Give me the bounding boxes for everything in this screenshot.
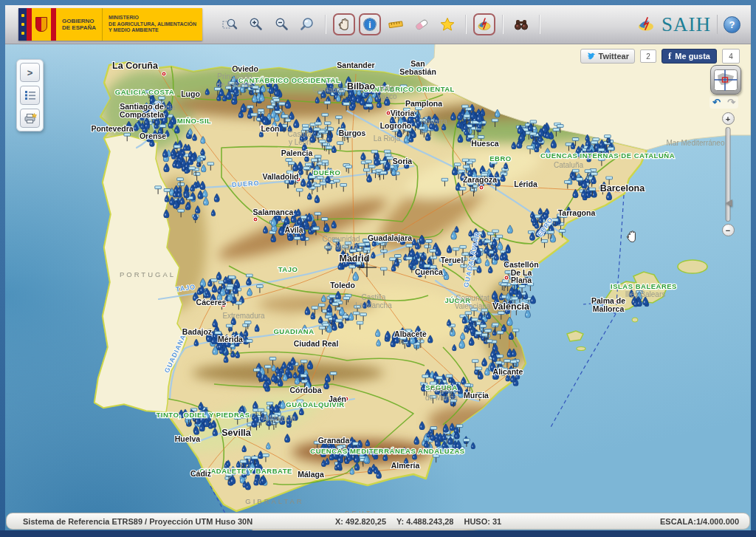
region-label: Illes Balears	[625, 290, 665, 298]
region-label: Regiónde Murcia	[425, 386, 458, 402]
basin-label: CUENCAS INTERNAS DE CATALUÑA	[540, 151, 675, 160]
app-title: SAIH	[662, 13, 711, 36]
legend-button[interactable]	[20, 86, 40, 105]
like-label: Me gusta	[675, 52, 710, 61]
region-label: Comunidadde Madrid	[322, 235, 360, 251]
facebook-icon: f	[668, 50, 671, 62]
reference-system-label: Sistema de Referencia ETRS89 / Proyecció…	[23, 517, 252, 526]
expand-panel-button[interactable]: >	[20, 63, 40, 82]
saih-tool-button[interactable]	[473, 13, 495, 35]
y-value: 4.488.243,28	[406, 517, 453, 526]
region-label: Castillay León	[288, 130, 312, 146]
zoom-minus-button[interactable]: −	[722, 224, 735, 236]
city-label: Palma deMallorca	[591, 296, 625, 313]
city-label: Burgos	[339, 129, 366, 137]
city-label: Valladolid	[262, 172, 298, 181]
city-label: Bilbao	[347, 81, 376, 92]
geo-label: PORTUGAL	[120, 270, 176, 278]
twitter-bird-icon	[586, 52, 596, 61]
ministerio-label: MINISTERIO DE AGRICULTURA, ALIMENTACIÓN …	[103, 8, 202, 41]
search-tool-button[interactable]	[510, 13, 532, 35]
social-buttons: Twittear 2 f Me gusta 4	[580, 49, 740, 64]
city-label: Ciudad Real	[294, 339, 339, 348]
zoom-track[interactable]	[726, 127, 731, 222]
region-label: PaísVasco	[377, 84, 396, 100]
city-label: Santander	[337, 61, 374, 69]
city-label: Madrid	[340, 253, 370, 264]
city-label: Córdoba	[289, 386, 321, 394]
city-label: Soria	[393, 157, 412, 165]
city-label: Toledo	[330, 281, 355, 290]
zoom-out-button[interactable]	[270, 13, 292, 35]
erase-tool-button[interactable]	[410, 13, 433, 35]
gobierno-label: GOBIERNO DE ESPAÑA	[56, 8, 103, 41]
redo-button[interactable]: ↷	[725, 97, 738, 108]
city-label: Cuenca	[415, 267, 443, 276]
city-label: Lugo	[181, 89, 200, 98]
city-label: Pamplona	[405, 99, 442, 108]
scale-readout: ESCALA:1/4.000.000	[660, 517, 739, 526]
city-label: Sevilla	[221, 428, 252, 438]
city-label: Cáceres	[196, 298, 227, 307]
print-map-button[interactable]	[20, 109, 40, 128]
city-label: Tarragona	[558, 208, 596, 217]
basin-label: CUENCAS MEDITERRÁNEAS ANDALUZAS	[310, 447, 464, 455]
help-button[interactable]: ?	[724, 16, 740, 33]
city-label: Málaga	[298, 470, 324, 479]
brand-area: SAIH ?	[636, 13, 740, 36]
undo-button[interactable]: ↶	[710, 97, 723, 108]
city-label: Logroño	[380, 121, 412, 130]
basin-label: TAJO	[278, 265, 298, 273]
info-tool-button[interactable]: i	[359, 13, 381, 35]
city-label: Mérida	[218, 335, 243, 343]
map-canvas[interactable]: GALICIA COSTAMIÑO-SILCANTÁBRICO OCCIDENT…	[5, 5, 751, 531]
coat-of-arms	[35, 17, 47, 32]
basin-label: MIÑO-SIL	[177, 117, 212, 125]
favorites-button[interactable]	[436, 13, 458, 35]
geo-label: GIBRALTAR	[245, 497, 303, 505]
top-toolbar: GOBIERNO DE ESPAÑA MINISTERIO DE AGRICUL…	[5, 5, 751, 44]
tweet-count: 2	[640, 49, 656, 63]
spain-flag-emblem	[18, 8, 56, 41]
geo-label: Mar Mediterráneo	[667, 139, 725, 147]
zoom-plus-button[interactable]: +	[722, 112, 735, 125]
like-button[interactable]: f Me gusta	[662, 49, 717, 64]
side-panel: >	[16, 59, 44, 131]
x-label: X:	[335, 517, 343, 526]
city-label: León	[261, 124, 279, 133]
region-label: Navarra	[421, 117, 447, 126]
zoom-thumb[interactable]	[726, 199, 732, 207]
zoom-slider: + −	[721, 112, 735, 236]
city-label: Cádiz	[190, 469, 211, 478]
basin-label: EBRO	[489, 154, 511, 163]
city-label: Palencia	[281, 148, 313, 157]
zoom-extent-button[interactable]	[219, 13, 241, 35]
city-label: Alicante	[493, 367, 523, 376]
city-label: Zaragoza	[463, 175, 497, 184]
city-label: Santiago deCompostela	[120, 102, 164, 119]
basin-label: TINTO, ODIEL Y PIEDRAS	[157, 411, 250, 419]
tweet-button[interactable]: Twittear	[580, 49, 635, 64]
huso-value: 31	[492, 517, 501, 526]
city-label: Granada	[318, 436, 350, 445]
like-count: 4	[722, 49, 740, 64]
city-label: Huesca	[471, 139, 499, 148]
city-label: La Coruña	[112, 61, 159, 71]
city-label: Guadalajara	[368, 233, 412, 242]
pan-tool-button[interactable]	[333, 13, 355, 35]
overview-map-button[interactable]	[710, 65, 741, 95]
basin-label: ISLAS BALEARES	[611, 282, 677, 290]
city-label: Almería	[391, 461, 420, 470]
zoom-window-button[interactable]	[296, 13, 318, 35]
region-label: Cataluña	[554, 161, 583, 169]
measure-tool-button[interactable]	[385, 13, 407, 35]
basin-label: GUADIANA	[273, 327, 314, 335]
zoom-in-button[interactable]	[244, 13, 267, 35]
status-bar: Sistema de Referencia ETRS89 / Proyecció…	[6, 513, 750, 530]
map-tools: i	[219, 13, 543, 35]
region-label: Andalucía	[263, 414, 296, 423]
city-label: Ávila	[284, 225, 303, 234]
coordinates-readout: X:492.820,25 Y:4.488.243,28 HUSO:31	[335, 517, 501, 526]
saih-logo-icon	[636, 16, 656, 33]
city-label: Albacete	[394, 329, 427, 338]
